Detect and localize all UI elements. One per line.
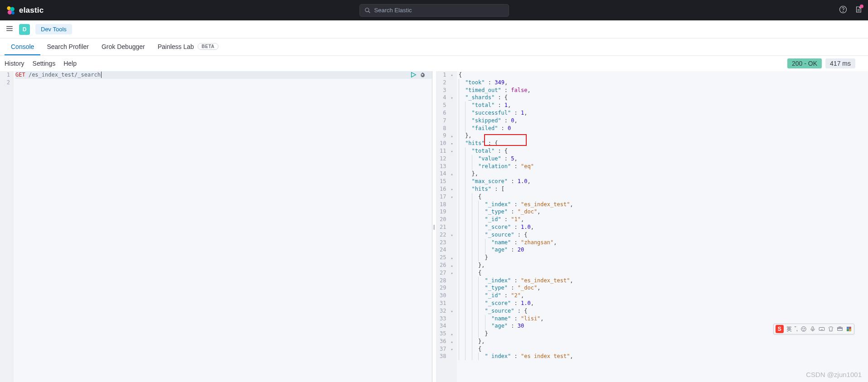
emoji-icon[interactable] [800, 326, 807, 332]
svg-point-2 [8, 10, 12, 15]
response-line: "timed_out" : false, [459, 87, 868, 94]
response-latency-badge: 417 ms [825, 58, 855, 68]
response-line: "name" : "lisi", [459, 315, 868, 323]
response-line: "relation" : "eq" [459, 163, 868, 170]
response-viewer[interactable]: 1 ▾2 3 4 ▾5 6 7 8 9 ▴10 ▾11 ▾12 13 14 ▴1… [436, 71, 868, 382]
settings-link[interactable]: Settings [33, 60, 56, 67]
nav-bar: D Dev Tools [0, 20, 868, 39]
console-panes: 12 GET /es_index_test/_search 1 ▾2 3 4 ▾… [0, 71, 868, 382]
search-icon [364, 7, 371, 14]
request-method: GET [15, 72, 25, 78]
response-line: { [459, 193, 868, 201]
svg-point-15 [803, 328, 803, 329]
response-line: }, [459, 170, 868, 178]
tab-profiler[interactable]: Search Profiler [40, 39, 95, 55]
tab-console[interactable]: Console [5, 39, 40, 55]
hamburger-menu-icon[interactable] [5, 24, 14, 34]
svg-point-13 [422, 74, 423, 76]
ime-punct[interactable]: ˇ, [795, 326, 798, 332]
response-line: { [459, 345, 868, 353]
skin-icon[interactable] [828, 326, 834, 332]
response-line: "_type" : "_doc", [459, 208, 868, 216]
newsfeed-icon[interactable] [854, 5, 863, 15]
response-line: "_index" : "es_index_test", [459, 201, 868, 208]
response-line: " index" : "es index test", [459, 353, 868, 360]
search-placeholder: Search Elastic [374, 7, 412, 14]
tab-label: Grok Debugger [102, 43, 145, 50]
top-header: elastic Search Elastic [0, 0, 868, 20]
ime-language[interactable]: 英 [786, 325, 792, 333]
global-search[interactable]: Search Elastic [359, 4, 509, 17]
help-link[interactable]: Help [63, 60, 77, 67]
response-line: "name" : "zhangsan", [459, 239, 868, 247]
response-line: "hits" : [ [459, 185, 868, 193]
response-line: "_source" : { [459, 307, 868, 315]
request-path: /es_index_test/_search [29, 72, 102, 78]
request-gutter: 12 [0, 71, 14, 382]
response-line: "skipped" : 0, [459, 117, 868, 125]
request-options-icon[interactable] [419, 72, 426, 80]
response-line: "age" : 20 [459, 246, 868, 254]
response-line: "_source" : { [459, 231, 868, 239]
pane-splitter[interactable] [432, 71, 436, 382]
sogou-logo-icon: S [776, 325, 784, 333]
response-line: "_id" : "2", [459, 292, 868, 300]
response-gutter: 1 ▾2 3 4 ▾5 6 7 8 9 ▴10 ▾11 ▾12 13 14 ▴1… [436, 71, 457, 382]
request-editor[interactable]: 12 GET /es_index_test/_search [0, 71, 432, 382]
svg-rect-24 [847, 327, 849, 329]
help-menu-icon[interactable] [839, 5, 847, 15]
space-selector[interactable]: D [19, 24, 30, 35]
history-link[interactable]: History [5, 60, 24, 67]
response-line: "max_score" : 1.0, [459, 178, 868, 185]
svg-point-14 [801, 327, 806, 332]
grid-icon[interactable] [846, 326, 852, 332]
send-request-icon[interactable] [410, 72, 417, 80]
response-line: { [459, 269, 868, 277]
response-line: "_id" : "1", [459, 216, 868, 223]
response-line: }, [459, 338, 868, 345]
toolbox-icon[interactable] [837, 326, 843, 332]
brand-logo[interactable]: elastic [5, 5, 44, 15]
brand-name: elastic [19, 6, 44, 15]
svg-rect-27 [849, 329, 851, 331]
ime-toolbar[interactable]: S 英 ˇ, [773, 324, 854, 334]
tab-label: Painless Lab [158, 43, 194, 50]
devtools-tabs: ConsoleSearch ProfilerGrok DebuggerPainl… [0, 39, 868, 56]
svg-rect-26 [847, 329, 849, 331]
keyboard-icon[interactable] [819, 326, 825, 332]
response-line: }, [459, 261, 868, 269]
tab-grok[interactable]: Grok Debugger [95, 39, 151, 55]
response-line: } [459, 254, 868, 261]
watermark-text: CSDN @zjun1001 [806, 371, 862, 378]
response-line: "successful" : 1, [459, 109, 868, 117]
response-line: "value" : 5, [459, 155, 868, 163]
svg-rect-25 [849, 327, 851, 329]
response-line: "_shards" : { [459, 94, 868, 102]
svg-rect-18 [819, 328, 824, 331]
breadcrumb-devtools[interactable]: Dev Tools [35, 24, 72, 34]
svg-rect-17 [812, 327, 814, 330]
beta-badge: BETA [198, 43, 218, 50]
response-line: "took" : 349, [459, 79, 868, 87]
response-line: "total" : 1, [459, 102, 868, 109]
tab-label: Console [11, 43, 34, 50]
response-line: "_type" : "_doc", [459, 284, 868, 292]
console-toolbar: History Settings Help 200 - OK 417 ms [0, 56, 868, 71]
svg-point-7 [843, 11, 844, 12]
response-line: }, [459, 132, 868, 140]
response-line: "hits" : { [459, 140, 868, 147]
response-line: "_score" : 1.0, [459, 223, 868, 231]
tab-painless[interactable]: Painless LabBETA [151, 39, 225, 55]
response-line: "_index" : "es_index_test", [459, 277, 868, 285]
response-line: { [459, 71, 868, 79]
svg-point-16 [804, 328, 805, 329]
response-line: "failed" : 0 [459, 125, 868, 132]
svg-point-3 [11, 11, 15, 15]
tab-label: Search Profiler [47, 43, 89, 50]
svg-point-4 [365, 8, 369, 11]
svg-line-5 [368, 11, 370, 13]
response-line: "_score" : 1.0, [459, 300, 868, 307]
response-status-badge: 200 - OK [787, 58, 822, 68]
response-line: "total" : { [459, 147, 868, 155]
mic-icon[interactable] [810, 326, 816, 332]
